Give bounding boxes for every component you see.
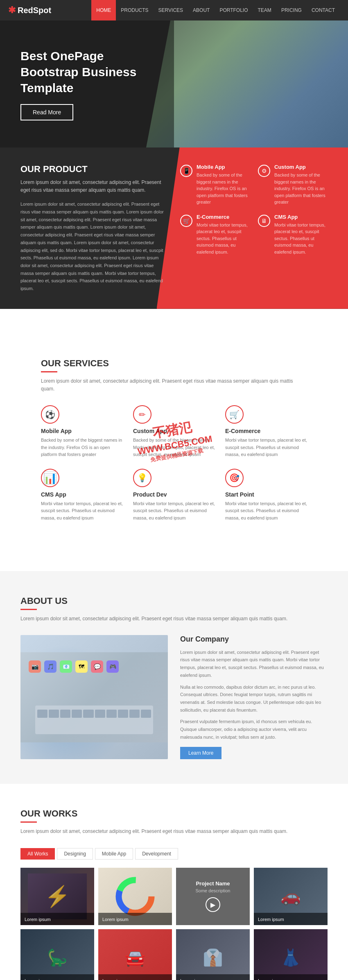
work-item-7[interactable]: 👔 Lorem ipsum (176, 929, 250, 980)
service-custom-icon: ✏ (133, 405, 151, 424)
feature-cms-desc: Morbi vitae tortor tempus, placerat leo … (274, 222, 328, 256)
works-grid-row2: 🦕 Lorem ipsum 🚘 Lorem ipsum 👔 Lorem ipsu… (20, 929, 328, 980)
hero-bg-image (146, 20, 348, 147)
nav-products[interactable]: PRODUCTS (116, 0, 153, 20)
about-header: ABOUT US Lorem ipsum dolor sit amet, con… (20, 596, 328, 623)
play-button[interactable]: ▶ (206, 897, 220, 912)
feature-ecommerce-title: E-Commerce (197, 214, 250, 220)
nav-contact[interactable]: CONTACT (307, 0, 340, 20)
feature-custom-app: ⚙ Custom App Backed by some of the bigge… (258, 164, 328, 206)
brand-name: RedSpot (18, 6, 51, 15)
services-underline (41, 371, 57, 372)
work-item-4[interactable]: 🚗 Lorem ipsum (254, 868, 328, 925)
product-subtitle: Lorem ipsum dolor sit amet, consectetur … (20, 179, 168, 194)
brand-star-icon: ✱ (8, 5, 16, 16)
about-content: 📷 🎵 📧 🗺 💬 🎮 Our Company Lorem ipsum dolo… (20, 635, 328, 760)
nav-pricing[interactable]: PRICING (276, 0, 307, 20)
product-section: OUR PRODUCT Lorem ipsum dolor sit amet, … (0, 147, 348, 309)
nav-links: HOME PRODUCTS SERVICES ABOUT PORTFOLIO T… (91, 0, 340, 20)
about-section: ABOUT US Lorem ipsum dolor sit amet, con… (0, 571, 348, 784)
service-productdev-desc: Morbi vitae tortor tempus, placerat leo … (133, 500, 215, 522)
work-label-8: Lorem ipsum (258, 978, 284, 980)
work-label-5: Lorem ipsum (25, 978, 51, 980)
about-subtitle: Lorem ipsum dolor sit amet, consectetur … (20, 615, 328, 623)
cms-app-icon: 🖥 (258, 215, 270, 227)
service-mobile-app: ⚽ Mobile App Backed by some of the bigge… (41, 405, 123, 458)
product-content: OUR PRODUCT Lorem ipsum dolor sit amet, … (0, 147, 348, 309)
read-more-button[interactable]: Read More (20, 104, 73, 120)
learn-more-button[interactable]: Learn More (180, 747, 221, 759)
about-heading: ABOUT US (20, 596, 328, 606)
work-thumb-7: 👔 (176, 929, 250, 980)
works-section: OUR WORKS Lorem ipsum dolor sit amet, co… (0, 784, 348, 980)
feature-mobile-title: Mobile App (197, 164, 250, 170)
work-item-3[interactable]: Project Name Some description ▶ (176, 868, 250, 925)
works-subtitle: Lorem ipsum dolor sit amet, consectetur … (20, 828, 328, 835)
work-overlay-3: Project Name Some description ▶ (176, 868, 250, 925)
feature-cms-app: 🖥 CMS App Morbi vitae tortor tempus, pla… (258, 214, 328, 256)
service-cms-desc: Morbi vitae tortor tempus, placerat leo … (41, 500, 123, 522)
about-image: 📷 🎵 📧 🗺 💬 🎮 (20, 635, 168, 760)
work-item-5[interactable]: 🦕 Lorem ipsum (20, 929, 94, 980)
nav-team[interactable]: TEAM (253, 0, 276, 20)
feature-mobile-app: 📱 Mobile App Backed by some of the bigge… (180, 164, 250, 206)
service-product-dev: 💡 Product Dev Morbi vitae tortor tempus,… (133, 469, 215, 522)
about-image-inner: 📷 🎵 📧 🗺 💬 🎮 (20, 635, 168, 760)
service-startpoint-desc: Morbi vitae tortor tempus, placerat leo … (225, 500, 307, 522)
services-section: 不猪氾 WWW.BCB5.COM 免费提供精品资源下载 OUR SERVICES… (0, 309, 348, 571)
work-item-6[interactable]: 🚘 Lorem ipsum (98, 929, 172, 980)
feature-ecommerce-text: E-Commerce Morbi vitae tortor tempus, pl… (197, 214, 250, 256)
about-company-desc2: Nulla at leo commodo, dapibus dolor dict… (180, 683, 328, 714)
work-overlay-5: Lorem ipsum (20, 974, 94, 980)
work-overlay-7: Lorem ipsum (176, 974, 250, 980)
works-header: OUR WORKS Lorem ipsum dolor sit amet, co… (20, 808, 328, 835)
service-custom-title: Custom App (133, 428, 167, 434)
feature-ecommerce-desc: Morbi vitae tortor tempus, placerat leo … (197, 222, 250, 256)
service-start-point: 🎯 Start Point Morbi vitae tortor tempus,… (225, 469, 307, 522)
about-text: Our Company Lorem ipsum dolor sit amet, … (180, 635, 328, 760)
works-heading: OUR WORKS (20, 808, 328, 819)
brand: ✱ RedSpot (8, 5, 91, 16)
service-cms-title: CMS App (41, 491, 66, 498)
service-startpoint-title: Start Point (225, 491, 254, 498)
nav-about[interactable]: ABOUT (188, 0, 215, 20)
work-overlay-2: Lorem ipsum (98, 913, 172, 925)
filter-all-works[interactable]: All Works (20, 848, 55, 860)
hero-content: Best OnePage Bootstrap Business Template… (0, 23, 172, 145)
nav-portfolio[interactable]: PORTFOLIO (215, 0, 253, 20)
service-custom-desc: Backed by some of the biggest names. Mor… (133, 437, 215, 458)
product-features: 📱 Mobile App Backed by some of the bigge… (180, 164, 328, 293)
service-startpoint-icon: 🎯 (225, 469, 244, 487)
work-thumb-8: 👗 (254, 929, 328, 980)
work-overlay-6: Lorem ipsum (98, 974, 172, 980)
nav-services[interactable]: SERVICES (154, 0, 188, 20)
work-item-8[interactable]: 👗 Lorem ipsum (254, 929, 328, 980)
work-thumb-5: 🦕 (20, 929, 94, 980)
about-company-desc3: Praesent vulputate fermentum ipsum, id r… (180, 718, 328, 741)
nav-home[interactable]: HOME (91, 0, 116, 20)
service-ecommerce-title: E-Commerce (225, 428, 260, 434)
service-mobile-desc: Backed by some of the biggest names in t… (41, 437, 123, 458)
product-left: OUR PRODUCT Lorem ipsum dolor sit amet, … (20, 164, 168, 293)
about-underline (20, 609, 37, 610)
work-project-name: Project Name (196, 880, 230, 887)
feature-custom-title: Custom App (274, 164, 328, 170)
filter-designing[interactable]: Designing (57, 848, 93, 860)
feature-custom-desc: Backed by some of the biggest names in t… (274, 172, 328, 206)
work-project-sublabel: Some description (196, 888, 230, 893)
product-heading: OUR PRODUCT (20, 164, 168, 175)
service-custom-app: ✏ Custom App Backed by some of the bigge… (133, 405, 215, 458)
services-subtitle: Lorem ipsum dolor sit amet, consectetur … (41, 377, 307, 393)
product-description: Lorem ipsum dolor sit amet, consectetur … (20, 200, 168, 292)
work-overlay-4: Lorem ipsum (254, 913, 328, 925)
work-thumb-6: 🚘 (98, 929, 172, 980)
feature-mobile-desc: Backed by some of the biggest names in t… (197, 172, 250, 206)
filter-development[interactable]: Development (135, 848, 178, 860)
works-grid-row1: ⚡ Lorem ipsum Lorem ipsum (20, 868, 328, 925)
service-ecommerce-desc: Morbi vitae tortor tempus, placerat leo … (225, 437, 307, 458)
work-item-2[interactable]: Lorem ipsum (98, 868, 172, 925)
works-filter-bar: All Works Designing Mobile App Developme… (20, 848, 328, 860)
work-item-1[interactable]: ⚡ Lorem ipsum (20, 868, 94, 925)
filter-mobile-app[interactable]: Mobile App (95, 848, 133, 860)
hero-title: Best OnePage Bootstrap Business Template (20, 48, 151, 96)
